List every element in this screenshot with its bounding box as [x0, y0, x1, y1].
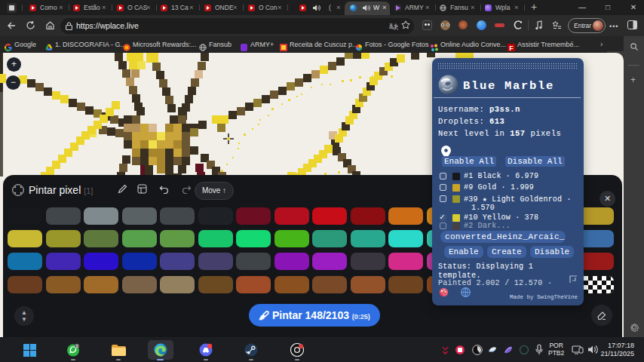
svg-text:F: F: [509, 44, 514, 52]
svg-text:1: 1: [75, 344, 78, 348]
svg-text:ãあ: ãあ: [389, 23, 398, 30]
